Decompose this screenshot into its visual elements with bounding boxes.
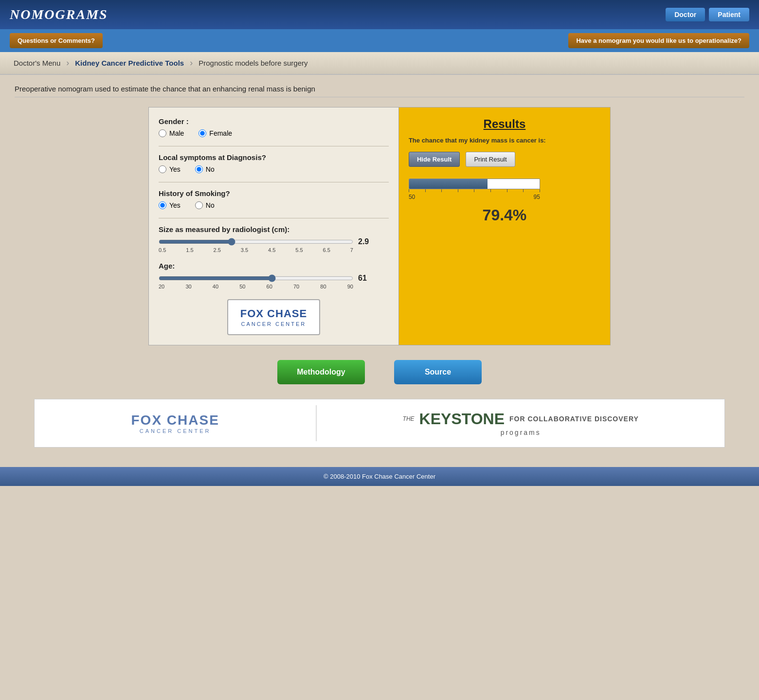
keystone-logo: THE KEYSTONE FOR COLLABORATIVE DISCOVERY <box>331 410 710 428</box>
navbar: Questions or Comments? Have a nomogram y… <box>0 29 759 52</box>
size-value: 2.9 <box>358 237 369 246</box>
smoking-group: History of Smoking? Yes No <box>159 189 389 209</box>
breadcrumb-item-2[interactable]: Kidney Cancer Predictive Tools <box>71 57 188 69</box>
smoking-no-option[interactable]: No <box>195 201 215 209</box>
tool-container: Gender : Male Female Local symptoms at D… <box>148 107 611 345</box>
smoking-no-radio[interactable] <box>195 201 203 209</box>
breadcrumb: Doctor's Menu › Kidney Cancer Predictive… <box>0 52 759 75</box>
size-labels: 0.5 1.5 2.5 3.5 4.5 5.5 6.5 7 <box>159 247 353 253</box>
sponsor-fox-name: FOX CHASE <box>49 413 301 428</box>
gender-group: Gender : Male Female <box>159 117 389 137</box>
smoking-yes-label: Yes <box>169 201 181 209</box>
fox-chase-sub: CANCER CENTER <box>240 321 307 327</box>
result-percentage: 79.4% <box>409 206 600 224</box>
hide-result-button[interactable]: Hide Result <box>409 152 460 167</box>
gauge-max: 95 <box>534 194 540 200</box>
gauge-ticks <box>409 189 540 192</box>
gender-radio-group: Male Female <box>159 129 389 137</box>
sponsor-keystone: THE KEYSTONE FOR COLLABORATIVE DISCOVERY… <box>317 403 724 444</box>
gauge-labels: 50 95 <box>409 194 540 200</box>
symptoms-no-option[interactable]: No <box>195 165 215 173</box>
sponsor-bar: FOX CHASE CANCER CENTER THE KEYSTONE FOR… <box>34 399 725 448</box>
symptoms-label: Local symptoms at Diagnosis? <box>159 153 389 162</box>
gauge-fill <box>409 179 488 189</box>
source-button[interactable]: Source <box>394 360 482 384</box>
gender-male-radio[interactable] <box>159 129 166 137</box>
fox-chase-name: FOX CHASE <box>240 307 307 320</box>
age-labels: 20 30 40 50 60 70 80 90 <box>159 284 353 289</box>
sponsor-fox-sub: CANCER CENTER <box>49 428 301 434</box>
keystone-main: KEYSTONE <box>419 410 505 428</box>
symptoms-yes-radio[interactable] <box>159 165 166 173</box>
separator-2 <box>159 182 389 182</box>
symptoms-yes-label: Yes <box>169 165 181 173</box>
gauge-min: 50 <box>409 194 415 200</box>
breadcrumb-arrow-2: › <box>190 58 193 68</box>
smoking-no-label: No <box>206 201 215 209</box>
breadcrumb-item-3[interactable]: Prognostic models before surgery <box>195 57 311 69</box>
results-buttons: Hide Result Print Result <box>409 152 600 167</box>
symptoms-no-label: No <box>206 165 215 173</box>
fox-chase-box: FOX CHASE CANCER CENTER <box>227 299 320 335</box>
copyright-bar: © 2008-2010 Fox Chase Cancer Center <box>0 467 759 486</box>
symptoms-yes-option[interactable]: Yes <box>159 165 181 173</box>
gender-female-option[interactable]: Female <box>199 129 232 137</box>
logo-text: Nomograms <box>10 7 108 22</box>
keystone-programs: programs <box>501 429 541 436</box>
smoking-label: History of Smoking? <box>159 189 389 197</box>
fox-chase-logo-left: FOX CHASE CANCER CENTER <box>159 299 389 335</box>
gender-female-radio[interactable] <box>199 129 206 137</box>
age-value: 61 <box>358 274 367 283</box>
size-slider-row: 2.9 <box>159 237 389 246</box>
breadcrumb-arrow-1: › <box>66 58 69 68</box>
header-buttons: Doctor Patient <box>666 8 749 21</box>
print-result-button[interactable]: Print Result <box>466 152 515 167</box>
page-subtitle: Preoperative nomogram used to estimate t… <box>15 85 744 97</box>
separator-1 <box>159 146 389 146</box>
gauge-bar <box>409 179 540 189</box>
symptoms-group: Local symptoms at Diagnosis? Yes No <box>159 153 389 173</box>
symptoms-no-radio[interactable] <box>195 165 203 173</box>
separator-3 <box>159 218 389 218</box>
age-group: Age: 61 20 30 40 50 60 70 80 90 <box>159 262 389 289</box>
keystone-tagline: FOR COLLABORATIVE DISCOVERY <box>509 415 639 423</box>
smoking-radio-group: Yes No <box>159 201 389 209</box>
keystone-the: THE <box>403 415 415 422</box>
gender-female-label: Female <box>209 129 232 137</box>
age-slider-row: 61 <box>159 274 389 283</box>
doctor-button[interactable]: Doctor <box>666 8 705 21</box>
results-subtitle: The chance that my kidney mass is cancer… <box>409 137 600 144</box>
smoking-yes-radio[interactable] <box>159 201 166 209</box>
results-title: Results <box>409 117 600 131</box>
left-panel: Gender : Male Female Local symptoms at D… <box>149 108 399 345</box>
gender-male-label: Male <box>169 129 184 137</box>
gender-male-option[interactable]: Male <box>159 129 184 137</box>
header: Nomograms Doctor Patient <box>0 0 759 29</box>
age-label: Age: <box>159 262 389 270</box>
size-slider[interactable] <box>159 238 353 246</box>
sponsor-fox-chase: FOX CHASE CANCER CENTER <box>35 405 317 441</box>
nomogram-request-button[interactable]: Have a nomogram you would like us to ope… <box>568 33 749 48</box>
patient-button[interactable]: Patient <box>709 8 749 21</box>
size-label: Size as measured by radiologist (cm): <box>159 225 389 233</box>
breadcrumb-item-1[interactable]: Doctor's Menu <box>10 57 64 69</box>
methodology-button[interactable]: Methodology <box>277 360 365 384</box>
logo: Nomograms <box>10 7 108 22</box>
age-slider[interactable] <box>159 274 353 282</box>
gender-label: Gender : <box>159 117 389 126</box>
main-content: Preoperative nomogram used to estimate t… <box>0 75 759 467</box>
copyright-text: © 2008-2010 Fox Chase Cancer Center <box>324 473 435 480</box>
symptoms-radio-group: Yes No <box>159 165 389 173</box>
questions-button[interactable]: Questions or Comments? <box>10 33 103 48</box>
bottom-buttons: Methodology Source <box>148 360 611 384</box>
size-group: Size as measured by radiologist (cm): 2.… <box>159 225 389 253</box>
gauge-container: 50 95 <box>409 179 600 200</box>
smoking-yes-option[interactable]: Yes <box>159 201 181 209</box>
results-panel: Results The chance that my kidney mass i… <box>399 108 610 345</box>
